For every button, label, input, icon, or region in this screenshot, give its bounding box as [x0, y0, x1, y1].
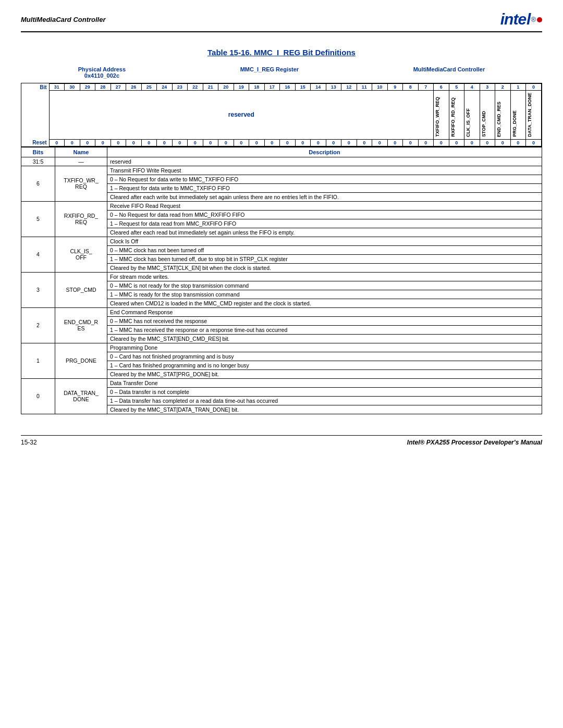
table-row: 5 RXFIFO_RD_ REQ Receive FIFO Read Reque… [21, 201, 542, 210]
table-row: 2 END_CMD_R ES End Command Response [21, 307, 542, 316]
desc-cell: Cleared by the MMC_STAT[DATA_TRAN_DONE] … [107, 405, 542, 414]
table-title: Table 15-16. MMC_I_REG Bit Definitions [21, 48, 542, 57]
desc-cell: 0 – No Request for data write to MMC_TXF… [107, 175, 542, 183]
desc-cell: Data Transfer Done [107, 378, 542, 387]
name-col-header: Name [55, 147, 107, 157]
page-number: 15-32 [21, 439, 37, 446]
desc-cell: 0 – No Request for data read from MMC_RX… [107, 210, 542, 219]
end-cmd-res-header: END_CMD_RES [495, 100, 503, 139]
desc-cell: 0 – Card has not finished programming an… [107, 352, 542, 361]
bit-diagram-table: Bit 31 30 29 28 27 26 25 24 23 22 21 20 … [21, 83, 542, 146]
bit-num-cell: 6 [21, 166, 55, 201]
desc-cell: End Command Response [107, 307, 542, 316]
desc-cell: Programming Done [107, 343, 542, 352]
register-name-header: MMC_I_REG Register [240, 66, 299, 79]
bit-numbers-row: Bit 31 30 29 28 27 26 25 24 23 22 21 20 … [21, 84, 542, 91]
bit-name-cell: PRG_DONE [55, 343, 107, 378]
desc-cell: reserved [107, 157, 542, 166]
desc-table: Bits Name Description 31:5 — reserved 6 … [21, 147, 542, 414]
bit-name-cell: — [55, 157, 107, 166]
page-header: MultiMediaCard Controller intel® [21, 10, 542, 32]
desc-cell: Cleared after each read but immediately … [107, 228, 542, 237]
bits-col-header: Bits [21, 147, 55, 157]
desc-cell: Clock Is Off [107, 237, 542, 245]
bit-name-cell: END_CMD_R ES [55, 307, 107, 343]
table-row: 6 TXFIFO_WR_ REQ Transmit FIFO Write Req… [21, 166, 542, 175]
desc-cell: Receive FIFO Read Request [107, 201, 542, 210]
bit-num-cell: 4 [21, 237, 55, 272]
bit-num-cell: 0 [21, 378, 55, 414]
desc-col-header: Description [107, 147, 542, 157]
bit4-cell: CLK_IS_OFF [464, 91, 480, 140]
data-tran-done-header: DATA_TRAN_DONE [526, 91, 533, 139]
bit6-cell: TXFIFO_WR_REQ [434, 91, 449, 140]
bit3-cell: STOP_CMD [480, 91, 495, 140]
controller-header: MultiMediaCard Controller [413, 66, 485, 79]
rxfifo-rd-req-header: RXFIFO_RD_REQ [449, 95, 457, 139]
bit1-cell: PRG_DONE [510, 91, 526, 140]
desc-cell: 1 – Request for data read from MMC_RXFIF… [107, 219, 542, 228]
table-row: 31:5 — reserved [21, 157, 542, 166]
bit-num-cell: 2 [21, 307, 55, 343]
reset-label: Reset [21, 139, 49, 146]
desc-cell: 0 – MMC is not ready for the stop transm… [107, 281, 542, 290]
bit-num-cell: 5 [21, 201, 55, 237]
desc-cell: Cleared by the MMC_STAT[END_CMD_RES] bit… [107, 334, 542, 343]
desc-cell: Cleared when CMD12 is loaded in the MMC_… [107, 299, 542, 307]
bit-num-cell: 31:5 [21, 157, 55, 166]
desc-cell: 0 – MMC clock has not been turned off [107, 245, 542, 254]
table-row: 4 CLK_IS_ OFF Clock Is Off [21, 237, 542, 245]
desc-cell: 1 – Data transfer has completed or a rea… [107, 396, 542, 405]
desc-cell: 0 – MMC has not received the response [107, 316, 542, 325]
reg-header: Physical Address 0x4110_002c MMC_I_REG R… [21, 66, 542, 79]
bit2-cell: END_CMD_RES [495, 91, 511, 140]
stop-cmd-header: STOP_CMD [480, 109, 487, 139]
desc-cell: Transmit FIFO Write Request [107, 166, 542, 175]
desc-header-row: Bits Name Description [21, 147, 542, 157]
bit5-cell: RXFIFO_RD_REQ [449, 91, 464, 140]
bit0-cell: DATA_TRAN_DONE [526, 91, 542, 140]
bit-diagram-container: Bit 31 30 29 28 27 26 25 24 23 22 21 20 … [21, 83, 542, 147]
desc-cell: Cleared by the MMC_STAT[CLK_EN] bit when… [107, 263, 542, 272]
page-footer: 15-32 Intel® PXA255 Processor Developer'… [21, 435, 542, 446]
table-row: 0 DATA_TRAN_ DONE Data Transfer Done [21, 378, 542, 387]
bit-name-cell: DATA_TRAN_ DONE [55, 378, 107, 414]
reset-row: Reset 0 0 0 0 0 0 0 0 0 0 0 0 0 0 0 0 0 … [21, 139, 542, 146]
physical-address-header: Physical Address 0x4110_002c [78, 66, 126, 79]
desc-cell: For stream mode writes. [107, 272, 542, 281]
desc-cell: 1 – MMC is ready for the stop transmissi… [107, 290, 542, 299]
desc-cell: 0 – Data transfer is not complete [107, 387, 542, 396]
desc-cell: 1 – Request for data write to MMC_TXFIFO… [107, 183, 542, 192]
bit-name-cell: RXFIFO_RD_ REQ [55, 201, 107, 237]
bit-num-cell: 1 [21, 343, 55, 378]
bit-label: Bit [21, 84, 49, 91]
reserved-cell: reserved [49, 91, 434, 140]
intel-logo: intel® [500, 10, 542, 28]
desc-cell: Cleared after each write but immediately… [107, 192, 542, 201]
bit-content-row: reserved TXFIFO_WR_REQ RXFIFO_RD_REQ CLK… [21, 91, 542, 140]
desc-cell: 1 – MMC has received the response or a r… [107, 325, 542, 334]
txfifo-wr-req-header: TXFIFO_WR_REQ [434, 95, 441, 139]
table-row: 1 PRG_DONE Programming Done [21, 343, 542, 352]
desc-cell: 1 – MMC clock has been turned off, due t… [107, 254, 542, 263]
bit-name-cell: TXFIFO_WR_ REQ [55, 166, 107, 201]
table-row: 3 STOP_CMD For stream mode writes. [21, 272, 542, 281]
bit-name-cell: CLK_IS_ OFF [55, 237, 107, 272]
desc-cell: Cleared by the MMC_STAT[PRG_DONE] bit. [107, 369, 542, 378]
clk-is-off-header: CLK_IS_OFF [464, 106, 472, 139]
prg-done-header: PRG_DONE [511, 108, 518, 139]
bit-name-cell: STOP_CMD [55, 272, 107, 307]
header-title: MultiMediaCard Controller [21, 16, 106, 23]
bit-num-cell: 3 [21, 272, 55, 307]
desc-cell: 1 – Card has finished programming and is… [107, 361, 542, 369]
footer-manual-title: Intel® PXA255 Processor Developer's Manu… [407, 439, 542, 446]
